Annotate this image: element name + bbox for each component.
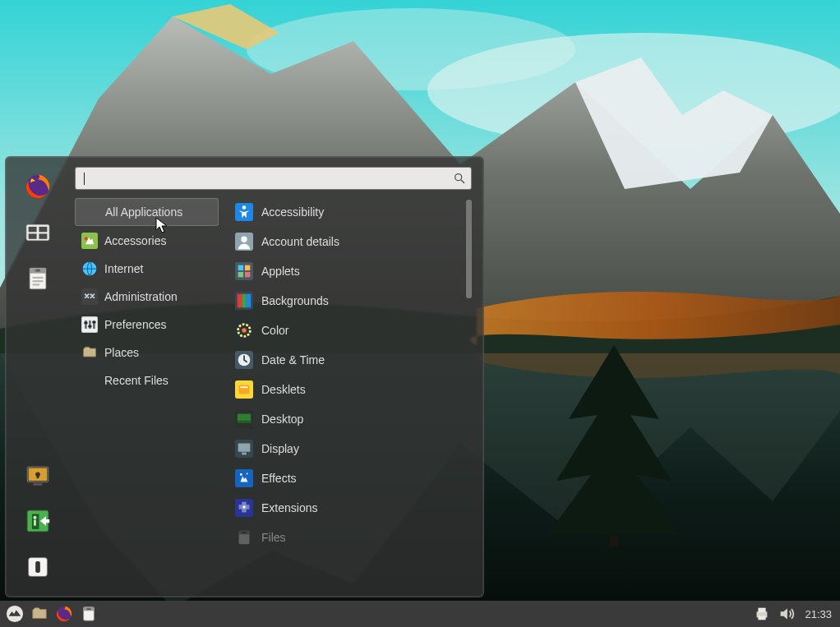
category-places[interactable]: Places bbox=[75, 339, 219, 366]
panel: 21:33 bbox=[0, 601, 840, 627]
svg-rect-66 bbox=[242, 453, 247, 455]
fav-files[interactable] bbox=[20, 260, 56, 297]
app-label: Applets bbox=[261, 265, 300, 278]
app-backgrounds[interactable]: Backgrounds bbox=[230, 287, 472, 315]
panel-firefox[interactable] bbox=[54, 604, 74, 624]
svg-point-28 bbox=[455, 174, 462, 181]
svg-rect-63 bbox=[238, 421, 252, 423]
category-internet[interactable]: Internet bbox=[75, 256, 219, 282]
app-account-details[interactable]: Account details bbox=[230, 228, 472, 256]
category-all-applications[interactable]: All Applications bbox=[75, 198, 219, 226]
svg-rect-25 bbox=[34, 520, 36, 526]
category-preferences[interactable]: Preferences bbox=[75, 311, 219, 338]
app-effects[interactable]: Effects bbox=[230, 464, 472, 492]
svg-rect-32 bbox=[81, 288, 98, 305]
svg-rect-51 bbox=[242, 294, 247, 308]
category-list: All Applications Accessories Internet Ad… bbox=[75, 198, 222, 588]
svg-rect-74 bbox=[242, 532, 247, 533]
svg-rect-59 bbox=[239, 385, 250, 394]
svg-point-43 bbox=[241, 237, 247, 242]
fav-firefox[interactable] bbox=[20, 168, 56, 205]
category-accessories[interactable]: Accessories bbox=[75, 228, 219, 254]
clock[interactable]: 21:33 bbox=[801, 608, 835, 620]
category-label: Internet bbox=[104, 262, 143, 275]
svg-rect-44 bbox=[235, 262, 253, 280]
category-administration[interactable]: Administration bbox=[75, 284, 219, 310]
svg-line-29 bbox=[461, 180, 464, 183]
svg-rect-34 bbox=[85, 320, 87, 329]
svg-rect-8 bbox=[39, 227, 47, 232]
app-desktop[interactable]: Desktop bbox=[230, 405, 472, 433]
svg-rect-37 bbox=[84, 322, 87, 325]
app-label: Files bbox=[261, 531, 286, 544]
app-label: Date & Time bbox=[261, 353, 325, 367]
svg-rect-20 bbox=[37, 475, 39, 478]
app-label: Account details bbox=[261, 235, 339, 248]
svg-rect-15 bbox=[33, 284, 40, 285]
app-label: Effects bbox=[261, 472, 297, 485]
svg-rect-46 bbox=[245, 265, 250, 270]
panel-filemanager[interactable] bbox=[79, 604, 99, 624]
svg-point-69 bbox=[247, 473, 248, 475]
svg-rect-7 bbox=[29, 227, 37, 232]
svg-rect-10 bbox=[39, 233, 47, 238]
svg-point-41 bbox=[242, 205, 247, 210]
svg-rect-65 bbox=[238, 444, 251, 452]
category-label: Preferences bbox=[104, 318, 166, 331]
svg-rect-82 bbox=[759, 616, 766, 620]
svg-rect-50 bbox=[238, 294, 242, 308]
svg-rect-67 bbox=[235, 469, 253, 487]
tray-printer[interactable] bbox=[752, 604, 772, 624]
svg-point-55 bbox=[242, 328, 247, 333]
app-extensions[interactable]: Extensions bbox=[230, 494, 472, 522]
svg-rect-16 bbox=[35, 270, 40, 272]
app-label: Desklets bbox=[261, 383, 306, 396]
shutdown-button[interactable] bbox=[20, 549, 56, 585]
svg-rect-9 bbox=[29, 233, 37, 238]
app-accessibility[interactable]: Accessibility bbox=[230, 198, 472, 226]
svg-rect-21 bbox=[33, 483, 42, 486]
search-input[interactable] bbox=[75, 167, 472, 190]
app-label: Color bbox=[261, 324, 288, 337]
panel-files[interactable] bbox=[30, 604, 49, 624]
app-color[interactable]: Color bbox=[230, 316, 472, 344]
app-label: Backgrounds bbox=[261, 294, 329, 307]
app-applets[interactable]: Applets bbox=[230, 257, 472, 285]
svg-point-68 bbox=[240, 473, 242, 476]
svg-rect-38 bbox=[88, 325, 91, 328]
scrollbar-thumb[interactable] bbox=[466, 200, 472, 298]
svg-point-71 bbox=[242, 505, 246, 509]
lock-button[interactable] bbox=[20, 457, 56, 493]
app-label: Desktop bbox=[261, 413, 303, 426]
fav-workspaces[interactable] bbox=[20, 214, 56, 251]
category-label: Accessories bbox=[104, 234, 166, 247]
svg-rect-81 bbox=[759, 608, 766, 613]
svg-rect-45 bbox=[238, 265, 243, 270]
app-label: Accessibility bbox=[261, 205, 324, 219]
scrollbar[interactable] bbox=[466, 200, 472, 587]
category-label: Places bbox=[104, 346, 139, 359]
svg-rect-27 bbox=[35, 561, 40, 573]
app-desklets[interactable]: Desklets bbox=[230, 376, 472, 403]
favorites-column bbox=[6, 157, 70, 597]
app-label: Extensions bbox=[261, 501, 317, 514]
menu-button[interactable] bbox=[5, 604, 25, 624]
logout-button[interactable] bbox=[20, 503, 56, 539]
app-label: Display bbox=[261, 442, 299, 455]
category-recent-files[interactable]: Recent Files bbox=[75, 367, 219, 394]
svg-rect-39 bbox=[92, 321, 95, 324]
app-files[interactable]: Files bbox=[230, 523, 472, 551]
application-menu: All Applications Accessories Internet Ad… bbox=[5, 156, 484, 597]
svg-rect-35 bbox=[89, 320, 91, 329]
svg-rect-13 bbox=[33, 277, 44, 279]
svg-rect-14 bbox=[33, 280, 44, 282]
tray-sound[interactable] bbox=[777, 604, 796, 624]
svg-rect-60 bbox=[240, 386, 247, 388]
app-display[interactable]: Display bbox=[230, 435, 472, 463]
search-icon bbox=[453, 172, 466, 185]
svg-rect-52 bbox=[247, 294, 252, 308]
app-date-time[interactable]: Date & Time bbox=[230, 346, 472, 374]
category-label: All Applications bbox=[105, 205, 182, 219]
category-label: Recent Files bbox=[104, 374, 168, 387]
svg-rect-47 bbox=[238, 272, 243, 277]
